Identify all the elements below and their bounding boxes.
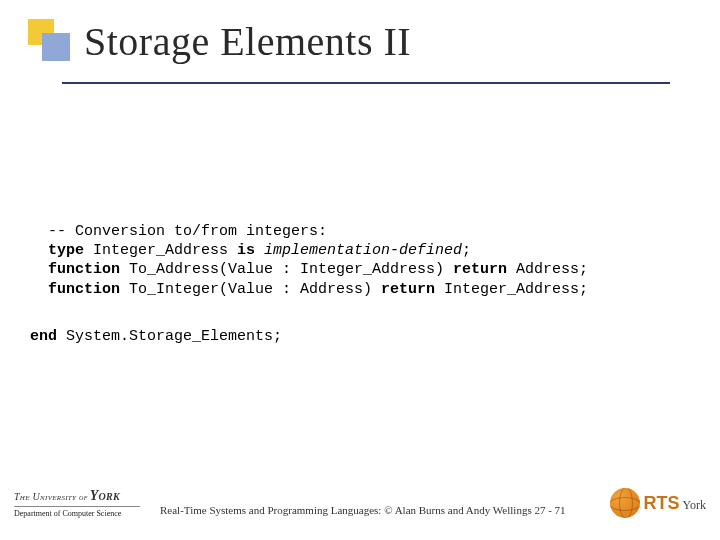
return-address: Address; — [507, 261, 588, 278]
kw-is: is — [237, 242, 255, 259]
rts-label: RTS — [644, 493, 680, 514]
kw-return-1: return — [453, 261, 507, 278]
rts-text: RTS York — [644, 493, 706, 514]
title-underline — [62, 82, 670, 84]
title-bar: Storage Elements II — [0, 18, 411, 65]
footer: The University ofYork Department of Comp… — [0, 470, 720, 526]
uni-department: Department of Computer Science — [14, 509, 140, 518]
kw-function-2: function — [48, 281, 120, 298]
end-line: end System.Storage_Elements; — [30, 328, 282, 345]
kw-end: end — [30, 328, 57, 345]
kw-return-2: return — [381, 281, 435, 298]
end-rest: System.Storage_Elements; — [57, 328, 282, 345]
rts-york: York — [683, 498, 706, 513]
accent-blue-square — [42, 33, 70, 61]
uni-of: of — [79, 492, 88, 502]
globe-icon — [610, 488, 640, 518]
code-block: -- Conversion to/from integers: type Int… — [48, 222, 588, 299]
impl-defined: implementation-defined — [255, 242, 462, 259]
university-logo: The University ofYork Department of Comp… — [14, 488, 140, 518]
slide-title: Storage Elements II — [84, 18, 411, 65]
return-intaddr: Integer_Address; — [435, 281, 588, 298]
uni-york: York — [90, 488, 120, 503]
rts-logo: RTS York — [610, 488, 706, 518]
title-accent — [28, 19, 74, 65]
kw-function-1: function — [48, 261, 120, 278]
uni-divider — [14, 506, 140, 507]
to-integer-sig: To_Integer(Value : Address) — [120, 281, 381, 298]
kw-type: type — [48, 242, 84, 259]
slide: Storage Elements II -- Conversion to/fro… — [0, 0, 720, 540]
university-name: The University ofYork — [14, 488, 140, 504]
type-name: Integer_Address — [84, 242, 237, 259]
semi-1: ; — [462, 242, 471, 259]
code-comment: -- Conversion to/from integers: — [48, 223, 327, 240]
to-address-sig: To_Address(Value : Integer_Address) — [120, 261, 453, 278]
uni-prefix: The University — [14, 491, 79, 502]
footer-credit: Real-Time Systems and Programming Langua… — [160, 504, 566, 516]
